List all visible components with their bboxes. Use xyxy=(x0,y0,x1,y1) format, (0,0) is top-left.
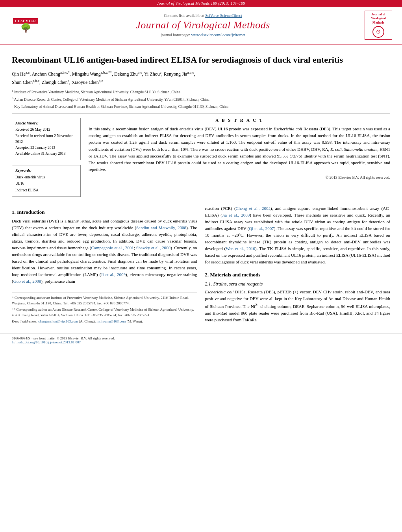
main-left-col: 1. Introduction Duck viral enteritis (DV… xyxy=(12,205,197,326)
journal-logo-text-line1: Journal of xyxy=(367,13,390,17)
author-zhengli-chen: Zhengli Chen xyxy=(42,80,68,85)
bottom-bar: 0166-0934/$ – see front matter © 2013 El… xyxy=(0,334,402,346)
article-title: Recombinant UL16 antigen-based indirect … xyxy=(12,54,390,66)
section2-heading: 2. Materials and methods xyxy=(205,272,391,278)
main-right-col: reaction (PCR) (Cheng et al., 2004), and… xyxy=(205,205,391,326)
revised-date: Received in revised form 2 November 2012 xyxy=(15,133,77,145)
keyword-2: UL16 xyxy=(15,180,77,187)
article-history-title: Article history: xyxy=(15,121,77,125)
author-qin-he-sup: a,c xyxy=(26,70,30,74)
journal-reference-bar: Journal of Virological Methods 189 (2013… xyxy=(0,0,402,7)
keyword-1: Duck enteritis virus xyxy=(15,174,77,180)
online-date: Available online 31 January 2013 xyxy=(15,151,77,157)
section2-number: 2. xyxy=(205,272,209,278)
ref-guo[interactable]: Guo et al., 2008 xyxy=(13,279,41,284)
accepted-date: Accepted 22 January 2013 xyxy=(15,145,77,151)
email-link-cheng[interactable]: chenganchun@vip.163.com xyxy=(38,319,78,323)
elsevier-logo: ELSEVIER 🌳 xyxy=(8,18,43,32)
section1-right-text: reaction (PCR) (Cheng et al., 2004), and… xyxy=(205,205,391,265)
journal-logo-text-line2: Virological xyxy=(367,17,390,20)
main-content: 1. Introduction Duck viral enteritis (DV… xyxy=(12,205,390,326)
section1-heading: 1. Introduction xyxy=(12,209,197,215)
author-dekang-zhu: Dekang Zhu xyxy=(114,71,138,77)
ref-sandhu[interactable]: Sandhu and Metwally, 2008 xyxy=(136,225,186,230)
ref-shawky[interactable]: Shawky et al., 2000 xyxy=(136,245,171,250)
abstract-text: In this study, a recombinant fusion anti… xyxy=(89,126,390,172)
author-renyong-jia: Renyong Jia xyxy=(164,71,187,77)
author-xiaoyue-chen: Xiaoyue Chen xyxy=(72,80,99,85)
ref-ji[interactable]: Ji et al., 2009 xyxy=(101,272,126,277)
affiliation-b: b Avian Disease Research Center, College… xyxy=(12,96,390,102)
divider-2 xyxy=(12,201,390,201)
abstract-title: A B S T R A C T xyxy=(89,118,390,122)
abstract-section-wrapper: Article history: Received 26 May 2012 Re… xyxy=(12,118,390,196)
homepage-link[interactable]: www.elsevier.com/locate/jviromet xyxy=(191,33,245,37)
journal-reference-text: Journal of Virological Methods 189 (2013… xyxy=(157,1,245,6)
journal-logo-circle-icon: ⊙ xyxy=(372,26,384,38)
section1-title: Introduction xyxy=(17,209,45,215)
affiliation-c: c Key Laboratory of Animal Disease and H… xyxy=(12,103,390,109)
ref-cheng[interactable]: Cheng et al., 2004 xyxy=(236,206,270,211)
author-shun-chen: Shun Chen xyxy=(12,80,33,85)
section2-1-title: Strains, sera and reagents xyxy=(213,281,263,287)
doi-link[interactable]: http://dx.doi.org/10.1016/j.jviromet.201… xyxy=(12,340,81,344)
footnote-email: E-mail addresses: chenganchun@vip.163.co… xyxy=(12,319,197,324)
keywords-box: Keywords: Duck enteritis virus UL16 Indi… xyxy=(12,165,81,196)
ref-qi[interactable]: Qi et al., 2007 xyxy=(249,226,274,231)
sciverse-link[interactable]: SciVerse ScienceDirect xyxy=(205,13,242,18)
article-history-box: Article history: Received 26 May 2012 Re… xyxy=(12,118,81,160)
author-yi-zhou-sup: c xyxy=(160,70,161,74)
ref-jia[interactable]: Jia et al., 2009 xyxy=(222,213,250,217)
section2-1-heading: 2.1. Strains, sera and reagents xyxy=(205,281,391,287)
ref-wen[interactable]: Wen et al., 2010 xyxy=(226,246,255,251)
footnotes: * Corresponding author at: Institute of … xyxy=(12,293,197,324)
author-shun-chen-sup: a,b,c xyxy=(33,79,39,83)
journal-logo-text-line3: Methods xyxy=(367,21,390,25)
received-date: Received 26 May 2012 xyxy=(15,127,77,133)
author-xiaoyue-chen-sup: b,c xyxy=(99,79,103,83)
elsevier-tree-icon: 🌳 xyxy=(20,24,31,32)
keywords-title: Keywords: xyxy=(15,169,77,172)
affiliation-a: a Institute of Preventive Veterinary Med… xyxy=(12,89,390,95)
journal-header: ELSEVIER 🌳 Contents lists available at S… xyxy=(0,7,402,44)
author-anchun-cheng: Anchun Cheng xyxy=(32,71,60,77)
journal-title: Journal of Virological Methods xyxy=(43,19,363,31)
author-anchun-cheng-sup: a,b,c,* xyxy=(60,70,70,74)
issn-text: 0166-0934/$ – see front matter © 2013 El… xyxy=(12,336,115,340)
journal-logo-box: Journal of Virological Methods ⊙ xyxy=(363,11,394,40)
section2-title: Materials and methods xyxy=(210,272,261,278)
left-column: Article history: Received 26 May 2012 Re… xyxy=(12,118,81,196)
author-mingshu-wang-sup: a,b,c,** xyxy=(101,70,112,74)
copyright-text: © 2013 Elsevier B.V. All rights reserved… xyxy=(89,175,390,180)
author-zhengli-chen-sup: c xyxy=(68,79,69,83)
section2-1-number: 2.1. xyxy=(205,281,212,287)
footnote-double-star: ** Corresponding author at: Avian Diseas… xyxy=(12,307,197,318)
content-area: Recombinant UL16 antigen-based indirect … xyxy=(0,44,402,330)
section2-1-text: Escherichia coli DH5a, Rossetta (DE3), p… xyxy=(205,289,391,323)
section1-number: 1. xyxy=(12,209,16,215)
abstract-right-col: A B S T R A C T In this study, a recombi… xyxy=(89,118,390,196)
author-dekang-zhu-sup: b,c xyxy=(138,70,142,74)
email-link-wang[interactable]: mshwang@163.com xyxy=(96,319,126,323)
sciverse-text: Contents lists available at SciVerse Sci… xyxy=(43,13,363,18)
section1-text: Duck viral enteritis (DVE) is a highly l… xyxy=(12,218,197,285)
author-yi-zhou: Yi Zhou xyxy=(144,71,160,77)
keyword-3: Indirect ELISA xyxy=(15,187,77,193)
affiliations: a Institute of Preventive Veterinary Med… xyxy=(12,89,390,109)
journal-header-center: Contents lists available at SciVerse Sci… xyxy=(43,13,363,37)
author-mingshu-wang: Mingshu Wang xyxy=(72,71,101,77)
author-renyong-jia-sup: a,b,c xyxy=(187,70,194,74)
footnote-star: * Corresponding author at: Institute of … xyxy=(12,295,197,306)
abstract-section: A B S T R A C T In this study, a recombi… xyxy=(89,118,390,179)
authors-line: Qin Hea,c, Anchun Chenga,b,c,*, Mingshu … xyxy=(12,70,390,86)
author-qin-he: Qin He xyxy=(12,71,26,77)
ref-campagnolo[interactable]: Campagnolo et al., 2001 xyxy=(91,245,133,250)
journal-logo-inner: Journal of Virological Methods ⊙ xyxy=(365,11,392,40)
divider-1 xyxy=(12,113,390,114)
journal-homepage: journal homepage: www.elsevier.com/locat… xyxy=(43,33,363,37)
